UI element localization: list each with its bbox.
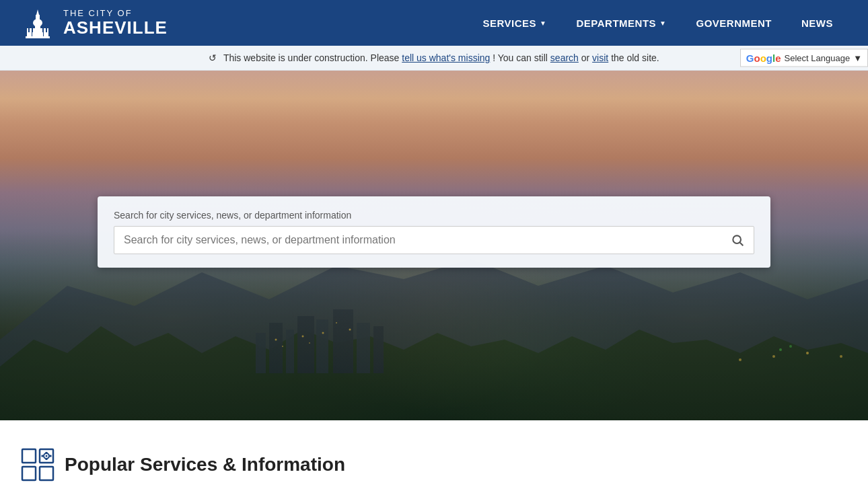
search-button[interactable] bbox=[721, 227, 754, 254]
services-title: Popular Services & Information bbox=[65, 454, 345, 475]
search-input-row bbox=[114, 226, 754, 254]
svg-rect-18 bbox=[316, 319, 328, 373]
svg-point-30 bbox=[772, 355, 775, 358]
notice-icon: ↺ bbox=[209, 52, 217, 63]
search-link[interactable]: search bbox=[550, 52, 579, 63]
svg-point-24 bbox=[302, 336, 304, 338]
svg-rect-21 bbox=[373, 326, 384, 373]
search-input[interactable] bbox=[114, 227, 721, 253]
nav-departments[interactable]: DEPARTMENTS ▼ bbox=[562, 3, 682, 44]
svg-rect-11 bbox=[26, 36, 50, 38]
services-section-icon bbox=[20, 447, 55, 482]
svg-rect-7 bbox=[32, 26, 33, 32]
svg-point-29 bbox=[739, 358, 742, 361]
svg-point-33 bbox=[779, 348, 782, 351]
svg-rect-37 bbox=[22, 449, 36, 463]
svg-rect-6 bbox=[28, 26, 30, 32]
svg-point-42 bbox=[46, 455, 48, 457]
tell-us-link[interactable]: tell us what's missing bbox=[402, 52, 490, 63]
select-language-label: Select Language bbox=[785, 53, 851, 63]
svg-point-23 bbox=[282, 346, 283, 347]
search-container: Search for city services, news, or depar… bbox=[98, 196, 770, 268]
logo-text: THE CITY OF ASHEVILLE bbox=[63, 9, 168, 38]
google-logo: Google bbox=[746, 52, 781, 64]
hero-section: Search for city services, news, or depar… bbox=[0, 71, 868, 420]
notice-bar: ↺ This website is under construction. Pl… bbox=[0, 46, 868, 71]
svg-rect-19 bbox=[333, 309, 353, 373]
svg-rect-46 bbox=[50, 455, 52, 457]
svg-rect-39 bbox=[22, 467, 36, 480]
svg-point-35 bbox=[733, 235, 741, 243]
logo[interactable]: THE CITY OF ASHEVILLE bbox=[20, 5, 168, 40]
services-header: Popular Services & Information bbox=[20, 447, 848, 482]
svg-rect-20 bbox=[357, 323, 370, 373]
svg-rect-0 bbox=[32, 28, 43, 38]
svg-rect-14 bbox=[256, 333, 266, 373]
site-header: THE CITY OF ASHEVILLE SERVICES ▼ DEPARTM… bbox=[0, 0, 868, 46]
svg-point-26 bbox=[322, 332, 324, 334]
svg-rect-16 bbox=[286, 330, 294, 373]
svg-rect-44 bbox=[46, 459, 48, 461]
main-nav: SERVICES ▼ DEPARTMENTS ▼ GOVERNMENT NEWS bbox=[468, 3, 848, 44]
nav-services[interactable]: SERVICES ▼ bbox=[468, 3, 562, 44]
svg-point-28 bbox=[349, 329, 351, 331]
nav-news[interactable]: NEWS bbox=[787, 3, 848, 44]
nav-government[interactable]: GOVERNMENT bbox=[681, 3, 787, 44]
svg-rect-8 bbox=[42, 26, 44, 32]
language-dropdown-arrow: ▼ bbox=[853, 53, 862, 63]
svg-point-32 bbox=[840, 355, 842, 358]
svg-point-25 bbox=[309, 342, 310, 344]
services-section: Popular Services & Information Get Aroun… bbox=[0, 420, 868, 499]
svg-rect-43 bbox=[46, 452, 48, 454]
svg-rect-15 bbox=[269, 323, 283, 373]
svg-point-27 bbox=[336, 322, 337, 323]
svg-marker-10 bbox=[36, 9, 39, 15]
svg-point-31 bbox=[806, 352, 809, 354]
svg-rect-9 bbox=[46, 26, 47, 32]
language-selector[interactable]: Google Select Language ▼ bbox=[740, 49, 868, 67]
search-label: Search for city services, news, or depar… bbox=[114, 210, 754, 221]
search-icon bbox=[731, 233, 744, 247]
city-logo-icon bbox=[20, 5, 55, 40]
svg-rect-45 bbox=[42, 455, 44, 457]
departments-dropdown-arrow: ▼ bbox=[659, 20, 666, 27]
visit-link[interactable]: visit bbox=[592, 52, 608, 63]
svg-point-22 bbox=[275, 339, 277, 341]
svg-point-34 bbox=[789, 345, 792, 348]
svg-rect-40 bbox=[40, 467, 53, 480]
services-dropdown-arrow: ▼ bbox=[540, 20, 546, 27]
svg-rect-17 bbox=[297, 316, 314, 373]
svg-rect-5 bbox=[36, 15, 40, 23]
svg-line-36 bbox=[740, 243, 744, 246]
